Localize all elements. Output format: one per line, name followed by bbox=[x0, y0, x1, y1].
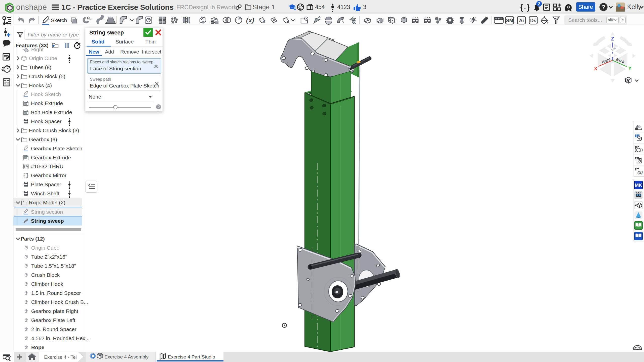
svg-text:onshape: onshape bbox=[16, 3, 47, 12]
svg-text:Share: Share bbox=[578, 4, 593, 10]
svg-text:4123: 4123 bbox=[337, 4, 350, 10]
svg-text:Exercise 4 Assembly: Exercise 4 Assembly bbox=[104, 354, 149, 359]
svg-text:alt/⌥: alt/⌥ bbox=[608, 18, 618, 22]
svg-text:Search tools...: Search tools... bbox=[568, 17, 602, 23]
svg-text:(x): (x) bbox=[246, 16, 254, 24]
svg-text:Kelly: Kelly bbox=[627, 3, 641, 11]
svg-text:3: 3 bbox=[363, 4, 366, 10]
svg-text:Y: Y bbox=[628, 66, 632, 71]
svg-text:Exercise 4 Part Studio: Exercise 4 Part Studio bbox=[168, 354, 215, 359]
svg-text:454: 454 bbox=[315, 4, 325, 10]
svg-text:HELLO: HELLO bbox=[495, 18, 502, 20]
svg-text:2: 2 bbox=[538, 2, 540, 6]
svg-text:Exercise 4 - Tel: Exercise 4 - Tel bbox=[44, 354, 77, 360]
svg-text:Ds: Ds bbox=[530, 18, 536, 23]
svg-text:(x): (x) bbox=[637, 170, 643, 175]
svg-text:Z: Z bbox=[611, 36, 614, 41]
svg-text:Ai: Ai bbox=[519, 18, 524, 23]
svg-text:MK: MK bbox=[635, 183, 642, 188]
svg-text:SM: SM bbox=[506, 18, 513, 23]
svg-text:Stage 1: Stage 1 bbox=[252, 3, 275, 11]
svg-text:FRCDesignLib Rework: FRCDesignLib Rework bbox=[176, 4, 237, 11]
svg-text:?: ? bbox=[602, 4, 605, 11]
svg-text:X: X bbox=[594, 66, 597, 71]
svg-text:c: c bbox=[622, 18, 624, 22]
svg-text:1C - Practice Exercise Solutio: 1C - Practice Exercise Solutions bbox=[61, 3, 174, 11]
svg-text:Sketch: Sketch bbox=[51, 17, 67, 23]
